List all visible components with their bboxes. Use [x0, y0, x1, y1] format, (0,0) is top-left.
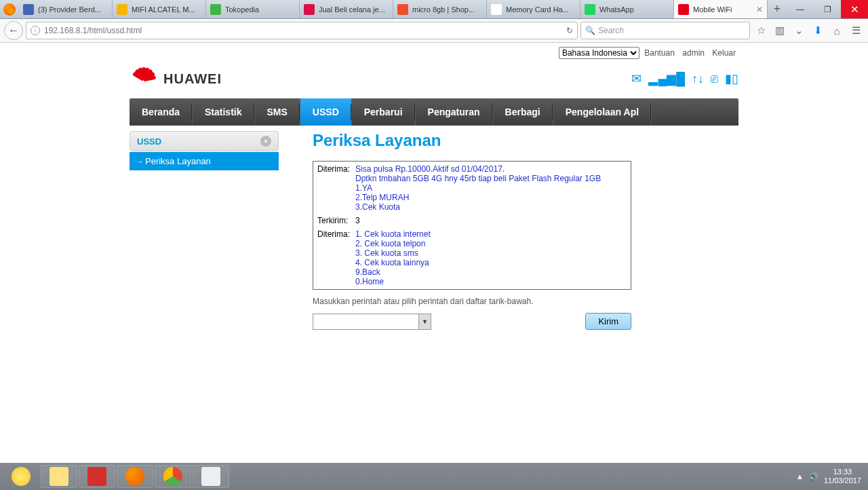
- wifi-icon: ⎚: [711, 72, 718, 86]
- nav-pengaturan[interactable]: Pengaturan: [416, 98, 493, 126]
- admin-link[interactable]: admin: [682, 48, 705, 58]
- help-link[interactable]: Bantuan: [644, 48, 675, 58]
- browser-tab[interactable]: Memory Card Ha...: [487, 0, 580, 18]
- sidebar-item-periksa[interactable]: Periksa Layanan: [130, 152, 279, 170]
- nav-pengelolaan apl[interactable]: Pengelolaan Apl: [553, 98, 652, 126]
- browser-tab[interactable]: MIFI ALCATEL M...: [113, 0, 206, 18]
- huawei-logo: HUAWEI: [130, 66, 222, 92]
- top-bar: Bahasa Indonesia Bantuan admin Keluar: [130, 43, 738, 59]
- tray-network-icon[interactable]: 🔊: [809, 472, 818, 481]
- taskbar-app[interactable]: [193, 465, 229, 488]
- firefox-icon: [0, 0, 19, 18]
- tray-clock[interactable]: 13:33 11/03/2017: [824, 468, 861, 485]
- nav-statistik[interactable]: Statistik: [193, 98, 254, 126]
- ussd-log[interactable]: Diterima:Sisa pulsa Rp.10000.Aktif sd 01…: [313, 161, 631, 290]
- status-icons: ✉ ▂▄▆█ ↑↓ ⎚ ▮▯: [631, 71, 738, 86]
- instruction-text: Masukkan perintah atau pilih perintah da…: [313, 297, 738, 306]
- taskbar-app-red[interactable]: [79, 465, 115, 488]
- command-input[interactable]: [313, 314, 418, 329]
- search-placeholder: Search: [598, 26, 624, 35]
- taskbar-chrome[interactable]: [155, 465, 191, 488]
- signal-icon: ▂▄▆█: [648, 71, 685, 86]
- window-close[interactable]: ✕: [841, 0, 868, 18]
- collapse-icon[interactable]: ▾: [260, 136, 271, 147]
- url-bar[interactable]: i 192.168.8.1/html/ussd.html ↻: [26, 22, 578, 39]
- huawei-mark-icon: [130, 66, 158, 92]
- window-maximize[interactable]: ❐: [814, 0, 841, 18]
- brand-name: HUAWEI: [163, 71, 222, 87]
- home-icon[interactable]: ⌂: [829, 25, 845, 37]
- search-bar[interactable]: 🔍 Search: [580, 22, 750, 39]
- tab-close-icon[interactable]: ✕: [756, 5, 763, 14]
- page-title: Periksa Layanan: [313, 131, 738, 150]
- sidebar-icon[interactable]: ▥: [772, 24, 788, 37]
- tx-label: Terkirim:: [317, 216, 355, 225]
- window-minimize[interactable]: —: [787, 0, 814, 18]
- browser-toolbar: ← i 192.168.8.1/html/ussd.html ↻ 🔍 Searc…: [0, 19, 868, 43]
- updown-icon: ↑↓: [692, 72, 704, 86]
- browser-tabstrip: (3) Provider Berd...MIFI ALCATEL M...Tok…: [0, 0, 868, 19]
- menu-icon[interactable]: ☰: [848, 24, 864, 37]
- windows-taskbar: ▲ 🔊 13:33 11/03/2017: [0, 463, 868, 490]
- send-button[interactable]: Kirim: [585, 313, 631, 330]
- browser-tab[interactable]: WhatsApp: [580, 0, 674, 18]
- reload-icon[interactable]: ↻: [566, 26, 573, 35]
- tray-icon[interactable]: ▲: [796, 472, 804, 480]
- bookmark-icon[interactable]: ☆: [753, 24, 769, 37]
- rx-label: Diterima:: [317, 164, 355, 174]
- url-text: 192.168.8.1/html/ussd.html: [44, 26, 142, 35]
- browser-tab[interactable]: Jual Beli celana je...: [300, 0, 393, 18]
- taskbar-firefox[interactable]: [117, 465, 153, 488]
- browser-tab[interactable]: Mobile WiFi✕: [674, 0, 768, 18]
- back-button[interactable]: ←: [4, 21, 23, 40]
- sidebar-heading[interactable]: USSD ▾: [130, 131, 279, 151]
- download-icon[interactable]: ⬇: [810, 24, 826, 37]
- language-select[interactable]: Bahasa Indonesia: [559, 47, 639, 59]
- new-tab-button[interactable]: +: [768, 0, 787, 18]
- nav-sms[interactable]: SMS: [255, 98, 300, 126]
- logout-link[interactable]: Keluar: [712, 48, 736, 58]
- chevron-down-icon[interactable]: ▼: [418, 314, 431, 329]
- browser-tab[interactable]: Tokopedia: [206, 0, 300, 18]
- sidebar: USSD ▾ Periksa Layanan: [130, 131, 279, 463]
- pocket-icon[interactable]: ⌄: [791, 24, 807, 37]
- taskbar-explorer[interactable]: [41, 465, 77, 488]
- nav-ussd[interactable]: USSD: [300, 98, 352, 126]
- command-combobox[interactable]: ▼: [313, 314, 431, 330]
- search-icon: 🔍: [585, 26, 595, 35]
- browser-tab[interactable]: micro 8gb | Shop...: [393, 0, 487, 18]
- browser-tab[interactable]: (3) Provider Berd...: [19, 0, 113, 18]
- page-viewport: Bahasa Indonesia Bantuan admin Keluar HU…: [0, 43, 868, 463]
- battery-icon: ▮▯: [725, 71, 738, 86]
- nav-perbarui[interactable]: Perbarui: [352, 98, 416, 126]
- start-button[interactable]: [3, 465, 39, 488]
- mail-icon[interactable]: ✉: [631, 71, 642, 86]
- nav-beranda[interactable]: Beranda: [130, 98, 193, 126]
- main-nav: BerandaStatistikSMSUSSDPerbaruiPengatura…: [130, 98, 738, 126]
- nav-berbagi[interactable]: Berbagi: [493, 98, 553, 126]
- page-info-icon[interactable]: i: [31, 26, 40, 35]
